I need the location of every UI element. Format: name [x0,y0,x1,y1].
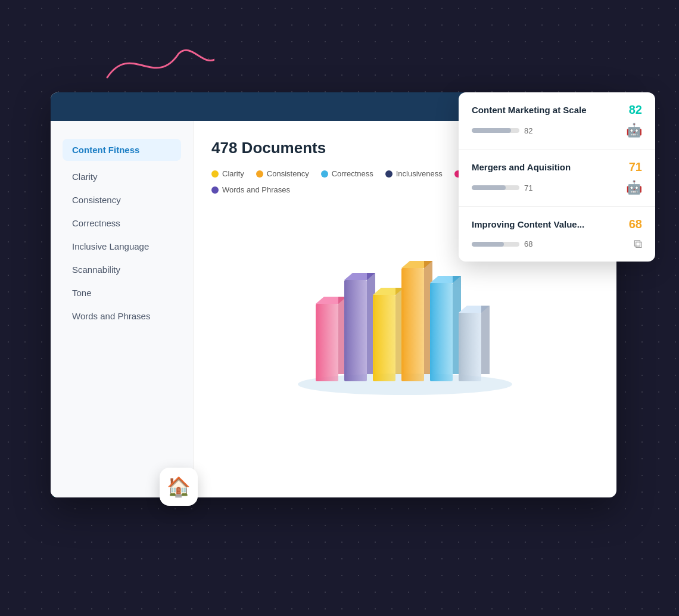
score-card-top-3: Improving Content Value... 68 [472,217,642,231]
score-bar-wrap-2: 71 [472,183,532,192]
legend-dot-correctness [321,170,328,178]
score-card-improving: Improving Content Value... 68 68 ⧉ [459,207,655,262]
legend-item-correctness: Correctness [321,169,373,178]
score-bar-label-1: 82 [524,126,532,135]
sidebar: Content Fitness Clarity Consistency Corr… [51,121,194,497]
home-icon: 🏠 [167,475,191,498]
score-bar-label-2: 71 [524,183,532,192]
svg-rect-27 [430,283,453,381]
copy-icon-3: ⧉ [634,237,642,251]
score-card-mergers: Mergers and Aquisition 71 71 🤖 [459,150,655,207]
score-bar-fill-1 [472,128,511,133]
score-bar-bg-1 [472,128,519,133]
legend-dot-consistency [256,170,263,178]
svg-rect-21 [373,295,395,381]
svg-rect-32 [481,306,490,374]
score-bar-bg-2 [472,185,519,190]
svg-rect-30 [459,313,481,381]
score-card-title-2: Mergers and Aquisition [472,162,571,172]
score-bar-fill-3 [472,242,504,247]
score-card-top-1: Content Marketing at Scale 82 [472,103,642,117]
score-cards-panel: Content Marketing at Scale 82 82 🤖 Merge… [459,92,655,262]
sidebar-item-clarity[interactable]: Clarity [63,166,181,188]
sidebar-item-tone[interactable]: Tone [63,282,181,304]
sidebar-item-correctness[interactable]: Correctness [63,212,181,234]
legend-label-inclusiveness: Inclusiveness [396,169,443,178]
svg-rect-15 [316,304,338,381]
score-card-bottom-2: 71 🤖 [472,180,642,195]
score-bar-bg-3 [472,242,519,247]
legend-item-consistency: Consistency [256,169,309,178]
score-bar-fill-2 [472,185,506,190]
score-bar-wrap-1: 82 [472,126,532,135]
sidebar-item-words-and-phrases[interactable]: Words and Phrases [63,305,181,327]
score-card-top-2: Mergers and Aquisition 71 [472,160,642,174]
sidebar-item-inclusive-language[interactable]: Inclusive Language [63,235,181,257]
legend-item-clarity: Clarity [211,169,244,178]
sidebar-item-scannability[interactable]: Scannability [63,259,181,281]
legend-dot-inclusiveness [385,170,393,178]
score-bar-label-3: 68 [524,239,532,248]
legend-label-clarity: Clarity [222,169,244,178]
legend-item-words-and-phrases: Words and Phrases [211,185,290,194]
robot-icon-2: 🤖 [626,180,642,195]
svg-rect-18 [344,280,367,381]
score-card-content-marketing: Content Marketing at Scale 82 82 🤖 [459,92,655,150]
score-card-value-3: 68 [629,217,642,231]
squiggle-decoration [95,36,214,98]
robot-icon-1: 🤖 [626,123,642,138]
legend-item-inclusiveness: Inclusiveness [385,169,443,178]
svg-rect-24 [401,268,424,381]
sidebar-item-content-fitness[interactable]: Content Fitness [63,139,181,161]
score-card-bottom-1: 82 🤖 [472,123,642,138]
legend-label-correctness: Correctness [332,169,373,178]
score-bar-wrap-3: 68 [472,239,532,248]
legend-dot-words [211,186,219,194]
legend-dot-clarity [211,170,219,178]
score-card-bottom-3: 68 ⧉ [472,237,642,251]
sidebar-item-consistency[interactable]: Consistency [63,189,181,211]
legend-label-words: Words and Phrases [222,185,290,194]
score-card-title-1: Content Marketing at Scale [472,105,587,115]
legend-label-consistency: Consistency [267,169,309,178]
score-card-title-3: Improving Content Value... [472,219,584,229]
score-card-value-1: 82 [629,103,642,117]
score-card-value-2: 71 [629,160,642,174]
home-button[interactable]: 🏠 [160,468,198,506]
